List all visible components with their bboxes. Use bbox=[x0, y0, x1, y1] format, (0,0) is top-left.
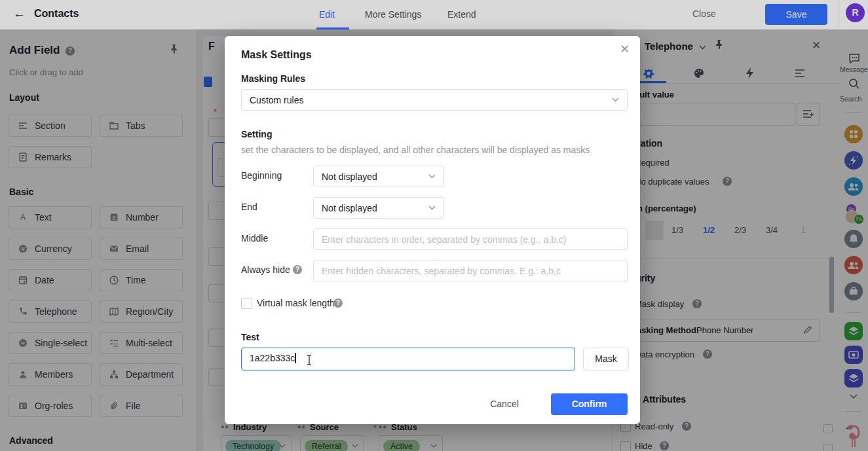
panel-scrollbar[interactable] bbox=[829, 257, 834, 313]
beginning-value: Not displayed bbox=[322, 171, 377, 182]
test-heading: Test bbox=[241, 332, 259, 342]
help-icon[interactable]: ? bbox=[293, 265, 302, 274]
confirm-button[interactable]: Confirm bbox=[551, 393, 628, 415]
masking-rules-select[interactable]: Custom rules bbox=[241, 89, 628, 111]
dialog-close-icon[interactable]: ✕ bbox=[620, 42, 630, 56]
overlay-dim-header bbox=[0, 0, 868, 29]
middle-input[interactable] bbox=[313, 228, 628, 250]
chevron-down-icon bbox=[428, 174, 436, 179]
cancel-button[interactable]: Cancel bbox=[481, 393, 527, 415]
dialog-title: Mask Settings bbox=[241, 49, 312, 61]
end-label: End bbox=[241, 202, 257, 212]
test-input[interactable]: 1a22b333c bbox=[241, 348, 575, 370]
masking-rules-label: Masking Rules bbox=[241, 73, 305, 84]
text-caret bbox=[295, 353, 296, 363]
beginning-label: Beginning bbox=[241, 170, 282, 181]
end-value: Not displayed bbox=[322, 203, 377, 213]
mouse-ibeam-cursor bbox=[305, 354, 313, 366]
end-select[interactable]: Not displayed bbox=[313, 197, 444, 219]
middle-label: Middle bbox=[241, 233, 268, 244]
always-hide-label: Always hide bbox=[241, 264, 290, 275]
chevron-down-icon bbox=[612, 98, 619, 102]
chevron-down-icon bbox=[428, 206, 436, 210]
test-input-value: 1a22b333c bbox=[250, 353, 295, 363]
mask-button[interactable]: Mask bbox=[583, 348, 629, 370]
virtual-mask-checkbox[interactable] bbox=[241, 298, 252, 309]
mask-settings-dialog: ✕ Mask Settings Masking Rules Custom rul… bbox=[225, 36, 640, 424]
help-icon[interactable]: ? bbox=[333, 298, 343, 308]
beginning-select[interactable]: Not displayed bbox=[313, 166, 444, 187]
always-hide-input[interactable] bbox=[313, 260, 628, 281]
setting-heading: Setting bbox=[241, 129, 272, 139]
virtual-mask-label: Virtual mask length bbox=[257, 298, 335, 308]
setting-description: set the characters to be displayed, and … bbox=[241, 145, 590, 155]
masking-rules-value: Custom rules bbox=[250, 95, 303, 105]
